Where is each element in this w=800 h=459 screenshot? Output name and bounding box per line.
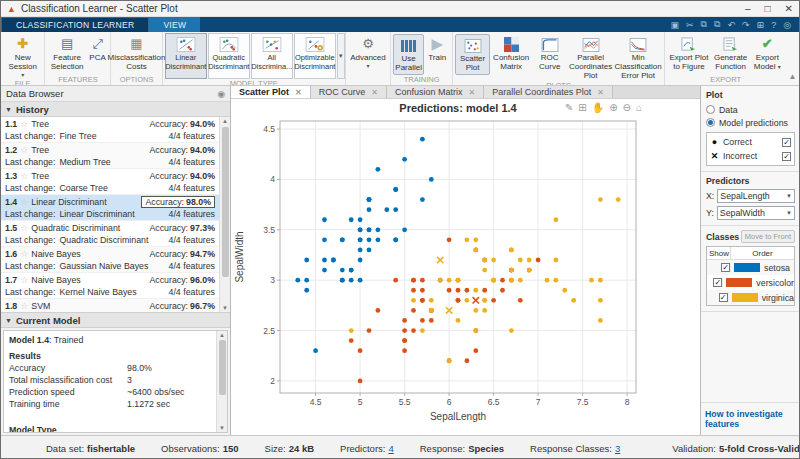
- doc-tab-parallel-coordinates-plot[interactable]: Parallel Coordinates Plot✕: [484, 86, 613, 98]
- data-point-setosa[interactable]: [358, 217, 363, 222]
- data-point-virginica[interactable]: [518, 258, 523, 263]
- data-point-virginica[interactable]: [447, 278, 452, 283]
- correct-checkbox[interactable]: ✓: [782, 138, 791, 147]
- maximize-icon[interactable]: □: [765, 2, 771, 16]
- data-point-virginica[interactable]: [518, 278, 523, 283]
- data-point-setosa[interactable]: [322, 268, 327, 273]
- favorite-star-icon[interactable]: ☆: [20, 249, 28, 259]
- data-point-setosa[interactable]: [367, 227, 372, 232]
- data-point-versicolor[interactable]: [411, 278, 416, 283]
- zoom-in-icon[interactable]: ⊕: [609, 102, 617, 113]
- misclassified-point[interactable]: [473, 297, 479, 303]
- roc-curve-button[interactable]: ROC Curve: [532, 34, 567, 73]
- data-point-setosa[interactable]: [402, 227, 407, 232]
- history-item-1.3[interactable]: 1.3☆TreeAccuracy:94.0%Last change:Coarse…: [1, 169, 219, 195]
- data-point-setosa[interactable]: [367, 237, 372, 242]
- confusion-matrix-button[interactable]: Confusion Matrix: [490, 34, 532, 73]
- history-item-1.7[interactable]: 1.7☆Naive BayesAccuracy:96.0%Last change…: [1, 273, 219, 299]
- history-scrollbar[interactable]: ▲ ▼: [219, 117, 230, 312]
- data-point-virginica[interactable]: [571, 298, 576, 303]
- move-to-front-button[interactable]: Move to Front: [741, 230, 795, 243]
- data-point-versicolor[interactable]: [411, 308, 416, 313]
- data-point-virginica[interactable]: [482, 308, 487, 313]
- data-point-versicolor[interactable]: [536, 258, 541, 263]
- data-point-virginica[interactable]: [527, 258, 532, 263]
- data-point-setosa[interactable]: [322, 237, 327, 242]
- data-point-versicolor[interactable]: [393, 278, 398, 283]
- versicolor-checkbox[interactable]: ✓: [713, 278, 722, 287]
- data-point-setosa[interactable]: [393, 207, 398, 212]
- data-point-setosa[interactable]: [340, 237, 345, 242]
- data-point-virginica[interactable]: [598, 318, 603, 323]
- current-model-section-header[interactable]: ▼ Current Model: [1, 313, 230, 328]
- favorite-star-icon[interactable]: ☆: [20, 119, 28, 129]
- data-point-versicolor[interactable]: [500, 278, 505, 283]
- history-item-1.6[interactable]: 1.6☆Naive BayesAccuracy:94.7%Last change…: [1, 247, 219, 273]
- window-layout-icon[interactable]: ⊞: [757, 20, 765, 30]
- data-point-virginica[interactable]: [473, 248, 478, 253]
- data-point-virginica[interactable]: [473, 237, 478, 242]
- data-point-versicolor[interactable]: [456, 288, 461, 293]
- minimize-icon[interactable]: –: [745, 2, 751, 16]
- data-point-setosa[interactable]: [367, 197, 372, 202]
- data-point-setosa[interactable]: [349, 278, 354, 283]
- data-point-versicolor[interactable]: [411, 288, 416, 293]
- tab-view[interactable]: VIEW: [149, 17, 200, 32]
- data-point-versicolor[interactable]: [367, 328, 372, 333]
- zoom-out-icon[interactable]: ⊖: [623, 102, 631, 113]
- scroll-up-icon[interactable]: ▲: [220, 118, 230, 124]
- data-point-virginica[interactable]: [447, 358, 452, 363]
- data-point-virginica[interactable]: [473, 308, 478, 313]
- data-point-setosa[interactable]: [322, 217, 327, 222]
- favorite-star-icon[interactable]: ☆: [20, 223, 28, 233]
- data-point-setosa[interactable]: [367, 207, 372, 212]
- data-point-virginica[interactable]: [465, 298, 470, 303]
- data-point-versicolor[interactable]: [402, 338, 407, 343]
- favorite-star-icon[interactable]: ☆: [20, 197, 28, 207]
- data-point-setosa[interactable]: [358, 258, 363, 263]
- data-point-setosa[interactable]: [304, 258, 309, 263]
- new-session-button[interactable]: ✚ New Session▾: [3, 34, 42, 79]
- setosa-checkbox[interactable]: ✓: [721, 263, 730, 272]
- collapse-ribbon-icon[interactable]: ▲: [786, 32, 799, 85]
- data-point-virginica[interactable]: [411, 298, 416, 303]
- copy-icon[interactable]: ⧉: [701, 19, 707, 30]
- close-tab-icon[interactable]: ✕: [295, 88, 302, 97]
- data-point-setosa[interactable]: [358, 227, 363, 232]
- data-point-virginica[interactable]: [554, 258, 559, 263]
- data-point-setosa[interactable]: [384, 207, 389, 212]
- data-point-versicolor[interactable]: [447, 288, 452, 293]
- radio-model-predictions[interactable]: Model predictions: [706, 116, 795, 129]
- data-point-setosa[interactable]: [402, 157, 407, 162]
- scatter-plot[interactable]: 4.555.566.577.5822.533.544.5Predictions:…: [231, 99, 700, 431]
- data-point-setosa[interactable]: [367, 248, 372, 253]
- data-point-virginica[interactable]: [509, 248, 514, 253]
- data-point-setosa[interactable]: [393, 237, 398, 242]
- data-point-setosa[interactable]: [349, 268, 354, 273]
- close-tab-icon[interactable]: ✕: [597, 88, 604, 97]
- history-section-header[interactable]: ▼ History: [1, 102, 230, 117]
- favorite-star-icon[interactable]: ☆: [20, 301, 28, 311]
- history-item-1.2[interactable]: 1.2☆TreeAccuracy:94.0%Last change:Medium…: [1, 143, 219, 169]
- generate-function-button[interactable]: Generate Function: [711, 34, 751, 73]
- data-point-setosa[interactable]: [358, 278, 363, 283]
- data-point-versicolor[interactable]: [473, 348, 478, 353]
- data-point-setosa[interactable]: [304, 278, 309, 283]
- data-point-virginica[interactable]: [473, 288, 478, 293]
- data-point-versicolor[interactable]: [376, 308, 381, 313]
- scatter-plot-button[interactable]: Scatter Plot: [455, 34, 490, 75]
- data-point-setosa[interactable]: [393, 187, 398, 192]
- data-point-virginica[interactable]: [429, 298, 434, 303]
- data-point-versicolor[interactable]: [420, 298, 425, 303]
- data-point-versicolor[interactable]: [447, 237, 452, 242]
- history-item-1.5[interactable]: 1.5☆Quadratic DiscriminantAccuracy:97.3%…: [1, 221, 219, 247]
- data-point-setosa[interactable]: [376, 237, 381, 242]
- feature-selection-button[interactable]: ▤ Feature Selection: [47, 34, 86, 73]
- favorite-star-icon[interactable]: ☆: [20, 145, 28, 155]
- data-point-setosa[interactable]: [322, 258, 327, 263]
- data-point-virginica[interactable]: [465, 237, 470, 242]
- data-point-virginica[interactable]: [562, 288, 567, 293]
- home-icon[interactable]: ⌂: [636, 102, 642, 113]
- data-point-virginica[interactable]: [491, 278, 496, 283]
- y-predictor-select[interactable]: SepalWidth▼: [717, 206, 795, 220]
